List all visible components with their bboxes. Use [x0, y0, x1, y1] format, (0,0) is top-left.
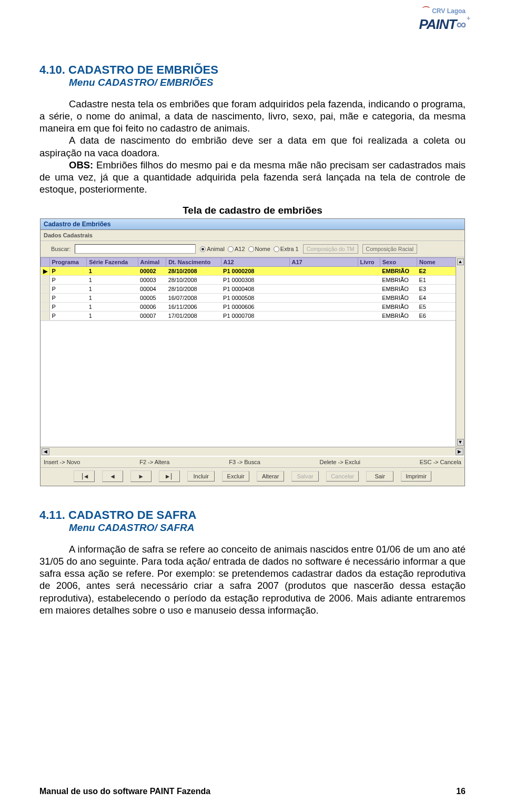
radio-label: Extra 1 — [280, 246, 299, 252]
cell-sexo: EMBRIÃO — [380, 312, 417, 320]
col-programa[interactable]: Programa — [49, 258, 87, 267]
status-busca: F3 -> Busca — [229, 459, 260, 465]
cell-animal: 00003 — [138, 276, 166, 285]
scroll-down-icon[interactable]: ▼ — [457, 439, 464, 446]
footer-page-number: 16 — [456, 787, 466, 796]
radio-extra1[interactable]: Extra 1 — [274, 246, 299, 252]
cell-dtnasc: 28/10/2008 — [166, 285, 221, 294]
cell-a17 — [289, 276, 358, 285]
cell-programa: P — [49, 276, 87, 285]
cell-a17 — [289, 312, 358, 320]
row-marker-icon — [41, 312, 50, 320]
scroll-right-icon[interactable]: ▶ — [456, 448, 463, 455]
col-animal[interactable]: Animal — [138, 258, 166, 267]
cell-dtnasc: 17/01/2008 — [166, 312, 221, 320]
cell-dtnasc: 16/11/2006 — [166, 303, 221, 312]
cell-a17 — [289, 303, 358, 312]
col-sexo[interactable]: Sexo — [380, 258, 417, 267]
section1-para3: OBS: Embriões filhos do mesmo pai e da m… — [39, 159, 466, 195]
cell-a17 — [289, 294, 358, 303]
crv-text: CRV Lagoa — [432, 7, 466, 15]
screenshot-caption: Tela de cadastro de embriões — [39, 205, 466, 216]
cell-sexo: EMBRIÃO — [380, 276, 417, 285]
cell-animal: 00006 — [138, 303, 166, 312]
salvar-button[interactable]: Salvar — [291, 471, 319, 482]
section1-para1-text: Cadastre nesta tela os embriões que fora… — [39, 98, 466, 134]
radio-group: Animal A12 Nome Extra 1 — [200, 246, 298, 252]
table-row[interactable]: ▶P10000228/10/2008P1 0000208EMBRIÃOE2 — [41, 267, 464, 276]
section1-subheading: Menu CADASTRO/ EMBRIÕES — [69, 77, 466, 88]
window-title: Cadastro de Embriões — [41, 219, 464, 230]
status-bar: Insert -> Novo F2 -> Altera F3 -> Busca … — [41, 456, 464, 467]
cell-livro — [358, 294, 380, 303]
radio-nome[interactable]: Nome — [248, 246, 270, 252]
col-a17[interactable]: A17 — [289, 258, 358, 267]
cell-livro — [358, 276, 380, 285]
horizontal-scrollbar[interactable]: ◀ ▶ — [41, 447, 464, 456]
search-input[interactable] — [75, 244, 196, 254]
col-livro[interactable]: Livro — [358, 258, 380, 267]
obs-label: OBS: — [69, 159, 93, 171]
cell-a12: P1 0000308 — [221, 276, 289, 285]
paint-text: PAINT — [419, 16, 456, 32]
comp-tm-button[interactable]: Composição do TM — [303, 244, 358, 254]
radio-dot-icon — [228, 246, 234, 252]
table-row[interactable]: P10000428/10/2008P1 0000408EMBRIÃOE3 — [41, 285, 464, 294]
section1-para2-text: A data de nascimento do embrião deve ser… — [39, 135, 466, 158]
col-dtnasc[interactable]: Dt. Nascimento — [166, 258, 221, 267]
row-marker-icon: ▶ — [41, 267, 50, 276]
excluir-button[interactable]: Excluir — [222, 471, 249, 482]
scroll-up-icon[interactable]: ▲ — [457, 258, 464, 265]
cell-livro — [358, 267, 380, 276]
cell-livro — [358, 303, 380, 312]
cell-a17 — [289, 267, 358, 276]
col-a12[interactable]: A12 — [221, 258, 289, 267]
status-altera: F2 -> Altera — [139, 459, 169, 465]
radio-a12[interactable]: A12 — [228, 246, 245, 252]
data-grid[interactable]: Programa Série Fazenda Animal Dt. Nascim… — [41, 257, 464, 320]
radio-animal[interactable]: Animal — [200, 246, 225, 252]
radio-label: Animal — [207, 246, 225, 252]
alterar-button[interactable]: Alterar — [257, 471, 284, 482]
cancelar-button[interactable]: Cancelar — [326, 471, 359, 482]
section2-subheading: Menu CADASTRO/ SAFRA — [69, 522, 466, 534]
col-serie[interactable]: Série Fazenda — [87, 258, 138, 267]
cell-livro — [358, 285, 380, 294]
app-window: Cadastro de Embriões Dados Cadastrais Bu… — [40, 218, 465, 486]
nav-bar: |◀ ◀ ▶ ▶| IncluirExcluirAlterarSalvarCan… — [41, 467, 464, 486]
logo-block: ⌒ CRV Lagoa PAINT∞ + — [371, 5, 466, 47]
sair-button[interactable]: Sair — [366, 471, 393, 482]
section1-para2: A data de nascimento do embrião deve ser… — [39, 134, 466, 158]
search-label: Buscar: — [51, 246, 70, 252]
cell-sexo: EMBRIÃO — [380, 294, 417, 303]
cell-dtnasc: 28/10/2008 — [166, 267, 221, 276]
status-novo: Insert -> Novo — [44, 459, 80, 465]
grid-empty-area — [41, 320, 464, 447]
nav-first-button[interactable]: |◀ — [74, 470, 95, 482]
table-row[interactable]: P10000616/11/2006P1 0000606EMBRIÃOE5 — [41, 303, 464, 312]
comp-racial-button[interactable]: Composição Racial — [362, 244, 417, 254]
imprimir-button[interactable]: Imprimir — [401, 471, 431, 482]
plus-icon: + — [467, 15, 470, 22]
cell-a12: P1 0000508 — [221, 294, 289, 303]
nav-prev-button[interactable]: ◀ — [102, 470, 123, 482]
cell-dtnasc: 16/07/2008 — [166, 294, 221, 303]
scroll-left-icon[interactable]: ◀ — [42, 448, 49, 455]
vertical-scrollbar[interactable]: ▲ ▼ — [456, 257, 464, 447]
table-row[interactable]: P10000516/07/2008P1 0000508EMBRIÃOE4 — [41, 294, 464, 303]
cell-animal: 00002 — [138, 267, 166, 276]
cell-sexo: EMBRIÃO — [380, 285, 417, 294]
cell-a12: P1 0000208 — [221, 267, 289, 276]
cell-a12: P1 0000408 — [221, 285, 289, 294]
cell-programa: P — [49, 285, 87, 294]
incluir-button[interactable]: Incluir — [187, 471, 215, 482]
section1-para3-text: Embriões filhos do mesmo pai e da mesma … — [39, 159, 466, 195]
table-row[interactable]: P10000717/01/2008P1 0000708EMBRIÃOE6 — [41, 312, 464, 320]
grid-header-row: Programa Série Fazenda Animal Dt. Nascim… — [41, 258, 464, 267]
cell-serie: 1 — [87, 285, 138, 294]
cell-sexo: EMBRIÃO — [380, 303, 417, 312]
nav-next-button[interactable]: ▶ — [130, 470, 152, 482]
nav-last-button[interactable]: ▶| — [159, 470, 180, 482]
table-row[interactable]: P10000328/10/2008P1 0000308EMBRIÃOE1 — [41, 276, 464, 285]
page-footer: Manual de uso do software PAINT Fazenda … — [39, 787, 466, 796]
